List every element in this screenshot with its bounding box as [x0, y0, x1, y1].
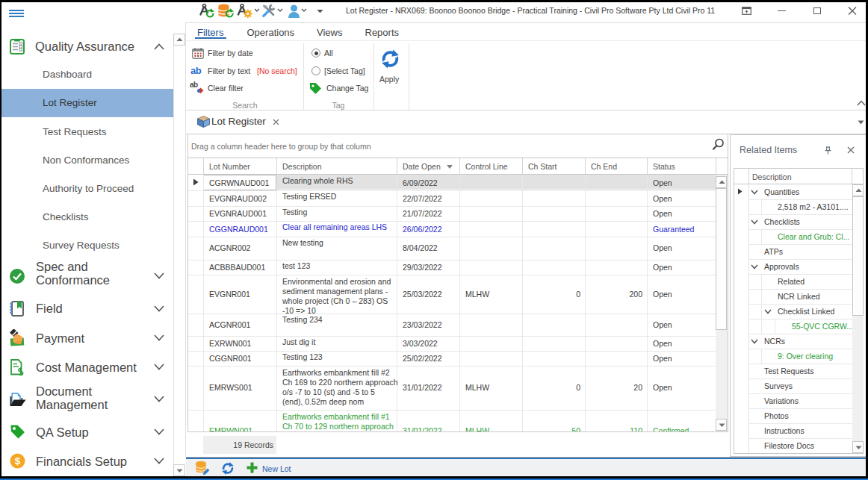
svg-text:$: $ [15, 455, 21, 467]
